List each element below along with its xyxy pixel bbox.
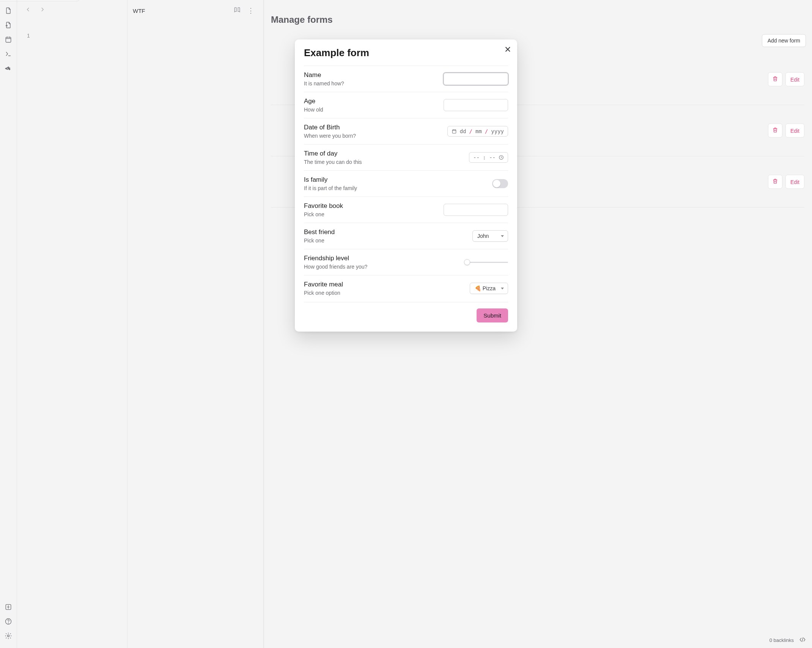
field-family: Is family If it is part of the family [304, 170, 508, 197]
toggle-knob [493, 180, 500, 187]
reading-view-icon[interactable] [234, 6, 241, 15]
template-icon[interactable]: <% [5, 64, 12, 74]
svg-point-5 [8, 623, 9, 623]
svg-text:<%: <% [5, 66, 11, 71]
icon-rail: <% [0, 0, 17, 648]
age-input[interactable] [444, 99, 508, 111]
field-friend: Best friend Pick one John [304, 223, 508, 249]
dob-dd: dd [460, 128, 466, 134]
field-age: Age How old [304, 92, 508, 118]
meal-emoji: 🍕 [475, 285, 481, 291]
meal-select[interactable]: 🍕Pizza [470, 283, 508, 294]
field-label: Age [304, 98, 323, 105]
field-desc: If it is part of the family [304, 185, 357, 191]
field-name: Name It is named how? [304, 66, 508, 92]
nav-arrows [25, 6, 46, 14]
meal-selected: Pizza [483, 285, 496, 291]
example-form-modal: ✕ Example form Name It is named how? Age… [295, 39, 517, 332]
field-desc: Pick one [304, 237, 335, 244]
note-editor-panel [127, 0, 264, 648]
backlinks-count[interactable]: 0 backlinks [770, 637, 794, 643]
terminal-icon[interactable] [5, 50, 12, 59]
chevron-down-icon [501, 235, 504, 237]
trash-icon [772, 127, 778, 133]
settings-icon[interactable] [5, 632, 12, 641]
submit-row: Submit [304, 302, 508, 322]
calendar-icon [452, 129, 457, 134]
delete-form-button[interactable] [768, 175, 782, 189]
delete-form-button[interactable] [768, 124, 782, 138]
pinned-card-edge [0, 0, 80, 2]
delete-form-button[interactable] [768, 72, 782, 87]
help-icon[interactable] [5, 618, 12, 627]
field-time: Time of day The time you can do this -- … [304, 144, 508, 170]
dob-input[interactable]: dd/mm/yyyy [447, 126, 508, 137]
nav-back-icon[interactable] [25, 6, 31, 14]
close-button[interactable]: ✕ [504, 46, 511, 54]
trash-icon [772, 178, 778, 184]
edit-form-button[interactable]: Edit [785, 124, 804, 138]
file-icon[interactable] [5, 7, 12, 16]
level-slider[interactable] [467, 262, 508, 263]
slider-thumb[interactable] [464, 259, 470, 265]
family-toggle[interactable] [492, 179, 508, 188]
svg-rect-0 [6, 37, 11, 42]
nav-forward-icon[interactable] [39, 6, 46, 14]
chevron-down-icon [501, 288, 504, 289]
slider-track [467, 262, 508, 263]
edit-form-button[interactable]: Edit [785, 72, 804, 87]
note-title[interactable]: WTF [133, 8, 234, 14]
trash-icon [772, 76, 778, 82]
vault-icon[interactable] [5, 603, 12, 612]
field-label: Date of Birth [304, 124, 356, 131]
edit-form-button[interactable]: Edit [785, 175, 804, 189]
field-label: Favorite meal [304, 281, 343, 288]
field-desc: Pick one option [304, 290, 343, 296]
time-input[interactable]: -- : -- [469, 152, 508, 163]
field-desc: When were you born? [304, 133, 356, 139]
page-title: Manage forms [271, 14, 804, 25]
note-header: WTF ⋮ [125, 0, 262, 21]
field-dob: Date of Birth When were you born? dd/mm/… [304, 118, 508, 144]
field-label: Best friend [304, 228, 335, 236]
field-label: Friendship level [304, 255, 367, 262]
svg-point-6 [8, 635, 9, 637]
svg-point-3 [8, 606, 9, 607]
book-input[interactable] [444, 204, 508, 216]
field-label: Is family [304, 176, 357, 184]
field-desc: Pick one [304, 211, 343, 217]
submit-button[interactable]: Submit [477, 308, 508, 322]
modal-title: Example form [304, 47, 508, 59]
dob-yyyy: yyyy [491, 128, 504, 134]
field-desc: It is named how? [304, 80, 344, 87]
clock-icon [499, 155, 504, 160]
field-label: Time of day [304, 150, 362, 157]
field-meal: Favorite meal Pick one option 🍕Pizza [304, 275, 508, 301]
line-number: 1 [17, 33, 40, 39]
file-import-icon[interactable] [5, 21, 12, 30]
time-placeholder: -- : -- [473, 154, 496, 160]
field-desc: How old [304, 107, 323, 113]
field-desc: The time you can do this [304, 159, 362, 165]
footer: 0 backlinks [770, 636, 806, 644]
field-level: Friendship level How good friends are yo… [304, 249, 508, 275]
dev-console-icon[interactable] [799, 636, 806, 644]
more-menu-icon[interactable]: ⋮ [247, 7, 254, 14]
field-book: Favorite book Pick one [304, 197, 508, 223]
friend-selected: John [477, 233, 489, 239]
calendar-icon[interactable] [5, 36, 12, 45]
field-label: Favorite book [304, 202, 343, 210]
friend-select[interactable]: John [472, 230, 508, 242]
field-desc: How good friends are you? [304, 264, 367, 270]
add-new-form-button[interactable]: Add new form [762, 34, 806, 47]
name-input[interactable] [444, 73, 508, 85]
dob-mm: mm [475, 128, 482, 134]
field-label: Name [304, 71, 344, 79]
editor-gutter: 1 [17, 0, 40, 648]
svg-rect-7 [452, 130, 456, 133]
